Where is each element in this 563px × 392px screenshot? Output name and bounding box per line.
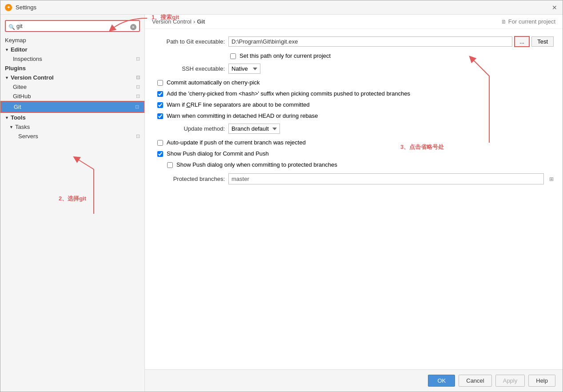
show-push-label: Show Push dialog for Commit and Push	[167, 150, 269, 157]
tools-label: Tools	[11, 114, 26, 121]
gitee-label: Gitee	[13, 84, 27, 90]
warn-crlf-row: Warn if CRLF line separators are about t…	[157, 101, 554, 108]
search-clear-button[interactable]: ✕	[130, 24, 136, 30]
sidebar-item-tools[interactable]: ▼ Tools	[0, 113, 144, 122]
set-path-row: Set this path only for current project	[230, 52, 554, 59]
show-push-row: Show Push dialog for Commit and Push	[157, 150, 554, 157]
panel-content: Path to Git executable: ... Test Set thi…	[145, 29, 563, 369]
show-push-protected-label: Show Push dialog only when committing to…	[176, 161, 337, 168]
show-push-protected-row: Show Push dialog only when committing to…	[167, 161, 554, 168]
sidebar-item-tasks[interactable]: ▼ Tasks	[0, 122, 144, 132]
path-input-group: ... Test	[228, 36, 554, 47]
servers-label: Servers	[18, 133, 38, 140]
git-copy-icon: ⊡	[135, 104, 139, 110]
auto-update-label: Auto-update if push of the current branc…	[167, 139, 306, 146]
sidebar-item-version-control[interactable]: ▼ Version Control ⊡	[0, 73, 144, 82]
sidebar-item-inspections[interactable]: Inspections ⊡	[0, 54, 144, 64]
browse-button[interactable]: ...	[514, 36, 530, 47]
warn-crlf-checkbox[interactable]	[157, 102, 163, 108]
inspections-copy-icon: ⊡	[136, 56, 140, 62]
add-suffix-label: Add the 'cherry-picked from <hash>' suff…	[167, 90, 410, 97]
github-label: GitHub	[13, 93, 31, 100]
update-select[interactable]: Branch default Merge Rebase	[228, 124, 280, 134]
breadcrumb-git: Git	[197, 18, 205, 25]
ssh-select[interactable]: Native Built-in	[228, 64, 260, 74]
search-wrapper: 🔍 ✕	[0, 18, 144, 36]
tasks-label: Tasks	[15, 124, 30, 130]
breadcrumb-separator: ›	[193, 18, 195, 25]
bottom-bar: OK Cancel Apply Help	[145, 369, 563, 392]
app-icon: ✦	[5, 4, 12, 11]
vc-label: Version Control	[11, 74, 54, 81]
ssh-label: SSH executable:	[154, 65, 225, 72]
ssh-row: SSH executable: Native Built-in	[154, 64, 554, 74]
apply-button[interactable]: Apply	[495, 375, 525, 387]
title-bar: ✦ Settings ✕	[0, 0, 563, 15]
editor-label: Editor	[11, 46, 28, 53]
close-button[interactable]: ✕	[551, 4, 558, 11]
breadcrumb: Version Control › Git 🗎 For current proj…	[145, 15, 563, 29]
warn-detached-label: Warn when committing in detached HEAD or…	[167, 112, 318, 119]
show-push-protected-checkbox[interactable]	[167, 162, 173, 168]
show-push-checkbox[interactable]	[157, 151, 163, 157]
add-suffix-checkbox[interactable]	[157, 91, 163, 97]
keymap-label: Keymap	[5, 37, 26, 44]
search-input[interactable]	[5, 20, 140, 32]
protected-label: Protected branches:	[154, 176, 225, 182]
add-suffix-row: Add the 'cherry-picked from <hash>' suff…	[157, 90, 554, 97]
git-label: Git	[14, 104, 21, 110]
tasks-arrow: ▼	[9, 125, 13, 129]
warn-detached-row: Warn when committing in detached HEAD or…	[157, 112, 554, 119]
sidebar-item-gitee[interactable]: Gitee ⊡	[0, 82, 144, 92]
warn-crlf-label: Warn if CRLF line separators are about t…	[167, 101, 310, 108]
for-current-project: For current project	[508, 18, 555, 25]
ok-button[interactable]: OK	[428, 375, 455, 387]
right-panel: Version Control › Git 🗎 For current proj…	[145, 15, 563, 392]
warn-detached-checkbox[interactable]	[157, 113, 163, 119]
auto-update-row: Auto-update if push of the current branc…	[157, 139, 554, 146]
breadcrumb-vc: Version Control	[152, 18, 192, 25]
sidebar-item-plugins[interactable]: Plugins	[0, 64, 144, 73]
tools-arrow: ▼	[5, 116, 9, 120]
window-title: Settings	[16, 4, 36, 11]
path-input[interactable]	[228, 36, 512, 47]
help-button[interactable]: Help	[528, 375, 555, 387]
servers-copy-icon: ⊡	[136, 133, 140, 139]
protected-expand-icon[interactable]: ⊞	[549, 176, 554, 182]
commit-cherry-row: Commit automatically on cherry-pick	[157, 79, 554, 86]
sidebar-item-git[interactable]: Git ⊡	[0, 101, 144, 113]
search-icon: 🔍	[8, 24, 15, 30]
gitee-copy-icon: ⊡	[136, 84, 140, 90]
update-row: Update method: Branch default Merge Reba…	[154, 124, 554, 134]
protected-input[interactable]	[228, 173, 544, 184]
for-project-icon: 🗎	[501, 19, 507, 25]
editor-arrow: ▼	[5, 48, 9, 52]
update-label: Update method:	[154, 125, 225, 132]
vc-copy-icon: ⊡	[136, 75, 140, 80]
protected-row: Protected branches: ⊞	[154, 173, 554, 184]
path-row: Path to Git executable: ... Test	[154, 36, 554, 47]
sidebar-item-editor[interactable]: ▼ Editor	[0, 45, 144, 54]
vc-arrow: ▼	[5, 76, 9, 80]
test-button[interactable]: Test	[531, 36, 554, 47]
cancel-button[interactable]: Cancel	[459, 375, 491, 387]
sidebar: 🔍 ✕ Keymap ▼ Editor Inspections ⊡ Plugin…	[0, 15, 145, 392]
title-bar-left: ✦ Settings	[5, 4, 36, 11]
main-content: 🔍 ✕ Keymap ▼ Editor Inspections ⊡ Plugin…	[0, 15, 563, 392]
sidebar-item-keymap[interactable]: Keymap	[0, 36, 144, 45]
commit-cherry-label: Commit automatically on cherry-pick	[167, 79, 260, 86]
github-copy-icon: ⊡	[136, 93, 140, 99]
commit-cherry-checkbox[interactable]	[157, 80, 163, 86]
annotation-step2: 2、选择git	[0, 194, 144, 203]
set-path-checkbox[interactable]	[230, 53, 236, 59]
sidebar-item-github[interactable]: GitHub ⊡	[0, 92, 144, 101]
plugins-label: Plugins	[5, 65, 26, 72]
sidebar-item-servers[interactable]: Servers ⊡	[0, 132, 144, 141]
settings-window: ✦ Settings ✕ 🔍 ✕ Keymap ▼ Editor	[0, 0, 563, 392]
inspections-label: Inspections	[13, 56, 42, 62]
set-path-label: Set this path only for current project	[240, 52, 331, 59]
auto-update-checkbox[interactable]	[157, 140, 163, 146]
path-label: Path to Git executable:	[154, 38, 225, 45]
